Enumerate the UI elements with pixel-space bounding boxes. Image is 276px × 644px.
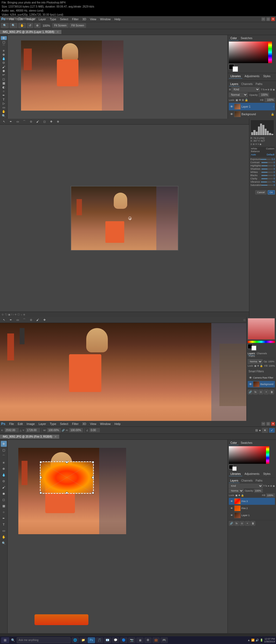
s4-cancel-transform-btn[interactable]: ✕ [262,428,268,433]
tray-volume[interactable]: 🔊 [256,639,259,642]
s4-menu-view[interactable]: View [88,422,98,426]
s4-tab-styles[interactable]: Styles [261,472,272,476]
s4-spot-heal[interactable]: ⊙ [1,478,7,484]
stamp-tool[interactable]: ◉ [1,69,7,73]
s4-crop-tool[interactable]: ⊕ [1,466,7,472]
taskbar-app10[interactable]: 🎮 [160,637,168,643]
lock-artboards-icon[interactable]: ⊞ [242,98,244,101]
s4-menu-layer[interactable]: Layer [37,422,48,426]
s4-mask-btn[interactable]: ⊙ [240,521,244,526]
cr-blacks-slider[interactable] [261,175,273,176]
s2-tool7[interactable]: ◻ [42,119,47,125]
layer1-visibility-icon[interactable]: 👁 [230,105,233,108]
eraser-tool[interactable]: ◻ [1,77,7,81]
s4-menu-window[interactable]: Window [98,422,112,426]
s4-menu-filter[interactable]: Filter [70,422,80,426]
s4-layer1-vis[interactable]: 👁 [230,513,233,517]
layer-item-layer1[interactable]: 👁 Layer 1 ↑ [229,103,275,110]
taskbar-start-btn[interactable]: ⊞ [1,637,9,643]
s3-tool5[interactable]: ⊙ [28,317,34,323]
menu-help[interactable]: Help [113,17,122,21]
s3-new-btn[interactable]: + [264,390,269,394]
select-tool[interactable]: ▢ [1,40,7,44]
handle-tc[interactable] [66,461,68,463]
s4-tab-channels[interactable]: Channels [240,479,254,483]
s3-fx-btn[interactable]: fx [253,390,258,394]
s4-tab-libraries[interactable]: Libraries [229,472,242,476]
crop-tool[interactable]: ⊕ [1,53,7,56]
s4-lock-all[interactable]: 🔒 [241,494,244,497]
s4-eraser-tool[interactable]: ◻ [1,497,7,503]
cr-saturation-slider[interactable] [261,185,273,186]
fill-input[interactable] [265,98,275,102]
opacity-input[interactable] [259,93,269,97]
s3-link-btn[interactable]: 🔗 [248,390,253,394]
s4-minimize-btn[interactable]: ─ [261,422,265,426]
s4-move-tool[interactable]: ✥ [1,441,7,447]
s4-menu-file[interactable]: File [8,422,16,426]
icon4[interactable]: ≡ [258,143,259,145]
fill-screen-btn[interactable]: Fill Screen [70,23,86,28]
move-tool[interactable]: ✥ [1,36,7,40]
cr-shadows-slider[interactable] [261,169,273,169]
menu-layer[interactable]: Layer [37,17,48,21]
s4-tab-layers[interactable]: Layers [229,479,240,483]
pen-tool[interactable]: ✒ [1,93,7,97]
cr-clarity-slider[interactable] [261,178,273,179]
s4-zoom-tool[interactable]: 🔍 [1,540,7,546]
menu-select[interactable]: Select [58,17,70,21]
doc-tab-close[interactable]: ✕ [57,30,59,33]
s4-lock-mv[interactable]: ✥ [238,494,240,497]
color-spectrum[interactable] [229,42,272,63]
cr-exposure-slider[interactable] [261,159,271,160]
s3-lock-icon[interactable]: ▣ [254,364,257,367]
s4-menu-select[interactable]: Select [58,422,70,426]
magic-wand-tool[interactable]: ⚹ [1,49,7,52]
cr-contrast-slider[interactable] [261,162,273,163]
s4-confirm-transform-btn[interactable]: ✓ [269,428,275,433]
s3-tool3[interactable]: ▭ [15,317,20,323]
s4-select-tool[interactable]: ▢ [1,447,7,453]
taskbar-app7[interactable]: 🖥 [136,637,144,643]
menu-window[interactable]: Window [98,17,112,21]
handle-bc[interactable] [66,492,68,494]
s3-layer-camera-raw[interactable]: 👁 Camera Raw Filter [248,374,275,381]
menu-file[interactable]: File [8,17,16,21]
s4-blend-select[interactable]: Normal [229,489,244,493]
tab-styles[interactable]: Styles [261,74,272,79]
tab-color[interactable]: Color [229,36,239,40]
s4-filter-toggle[interactable]: ◉ [273,485,275,487]
taskbar-app4[interactable]: 💬 [112,637,119,643]
doc-tab-main[interactable]: IMG_9092.JPG @ 16.8% (Layer 1, RGB/8) ✕ [0,30,62,34]
s4-hue-bar[interactable] [266,446,269,464]
lock-all-icon[interactable]: 🔒 [245,98,248,101]
tab-layers[interactable]: Layers [229,82,240,86]
s4-menu-3d[interactable]: 3D [81,422,88,426]
tab-channels[interactable]: Channels [240,82,254,86]
s4-close-btn[interactable]: ✕ [271,422,275,426]
lock-pixels-icon[interactable]: ▣ [236,98,238,101]
menu-3d[interactable]: 3D [81,17,88,21]
shape-tool[interactable]: ▭ [1,106,7,110]
s4-lasso-tool[interactable]: ⌒ [1,453,7,459]
s3-blend-select[interactable]: Normal [248,359,263,364]
s4-opacity-input[interactable] [254,489,263,493]
s4-menu-edit[interactable]: Edit [16,422,25,426]
icon3[interactable]: ✕ [255,143,257,145]
s2-tool8[interactable]: ✥ [48,119,54,125]
s4-link-layers[interactable]: 🔗 [229,521,234,526]
menu-type[interactable]: Type [48,17,58,21]
icon5[interactable]: ◉ [260,143,261,145]
taskbar-app6[interactable]: 📷 [128,637,136,643]
s4-fire3-vis[interactable]: 👁 [230,499,233,503]
cr-whites-slider[interactable] [261,172,273,173]
handle-tr[interactable] [92,461,94,463]
s4-tab-swatches[interactable]: Swatches [239,441,254,445]
background-color[interactable] [233,66,238,72]
s4-w-input[interactable] [47,428,61,432]
s4-pen-tool[interactable]: ✒ [1,515,7,521]
maximize-button[interactable]: □ [266,17,270,21]
s2-tool4[interactable]: ⌒ [21,119,27,125]
s4-tab-paths[interactable]: Paths [254,479,264,483]
s2-tool2[interactable]: ✒ [8,119,14,125]
